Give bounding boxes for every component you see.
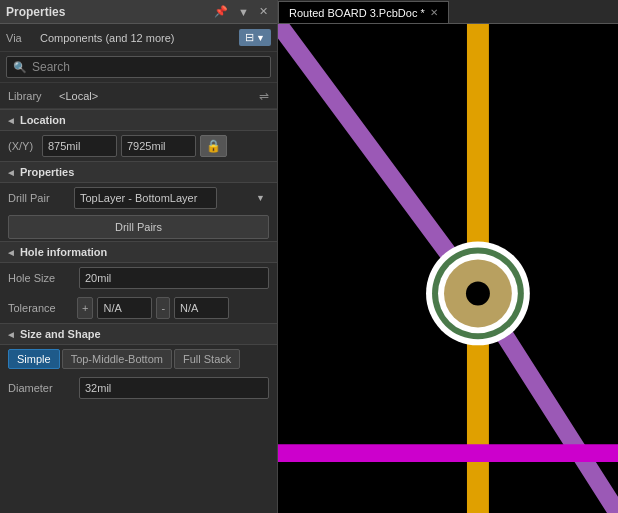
search-box: 🔍 <box>6 56 271 78</box>
tab-top-middle-bottom[interactable]: Top-Middle-Bottom <box>62 349 172 369</box>
tolerance-row: Tolerance + - <box>0 293 277 323</box>
svg-point-10 <box>466 281 490 305</box>
location-section-header[interactable]: ◄ Location <box>0 109 277 131</box>
drill-pair-label: Drill Pair <box>8 192 68 204</box>
hole-info-collapse-icon: ◄ <box>6 247 16 258</box>
shape-tabs: Simple Top-Middle-Bottom Full Stack <box>0 345 277 373</box>
size-shape-collapse-icon: ◄ <box>6 329 16 340</box>
panel-title: Properties <box>6 5 65 19</box>
x-input[interactable] <box>42 135 117 157</box>
library-value: <Local> <box>59 90 253 102</box>
pcb-canvas <box>278 24 618 513</box>
size-shape-section-header[interactable]: ◄ Size and Shape <box>0 323 277 345</box>
via-row: Via Components (and 12 more) ⊟ ▼ <box>0 24 277 52</box>
tolerance-label: Tolerance <box>8 302 73 314</box>
plus-sign: + <box>77 297 93 319</box>
search-row: 🔍 <box>0 52 277 83</box>
tab-full-stack[interactable]: Full Stack <box>174 349 240 369</box>
properties-section-title: Properties <box>20 166 74 178</box>
hole-size-label: Hole Size <box>8 272 73 284</box>
filter-button[interactable]: ⊟ ▼ <box>239 29 271 46</box>
via-label: Via <box>6 32 34 44</box>
close-panel-icon[interactable]: ✕ <box>256 4 271 19</box>
size-shape-section-title: Size and Shape <box>20 328 101 340</box>
properties-panel: Properties 📌 ▼ ✕ Via Components (and 12 … <box>0 0 278 513</box>
tab-pcb-doc[interactable]: Routed BOARD 3.PcbDoc * ✕ <box>278 1 449 23</box>
drill-pair-select[interactable]: TopLayer - BottomLayer <box>74 187 217 209</box>
link-icon[interactable]: ⇌ <box>259 89 269 103</box>
via-value: Components (and 12 more) <box>40 32 233 44</box>
y-input[interactable] <box>121 135 196 157</box>
tab-title: Routed BOARD 3.PcbDoc * <box>289 7 425 19</box>
library-label: Library <box>8 90 53 102</box>
panel-header: Properties 📌 ▼ ✕ <box>0 0 277 24</box>
xy-label: (X/Y) <box>8 140 38 152</box>
pcb-svg <box>278 24 618 513</box>
library-row: Library <Local> ⇌ <box>0 83 277 109</box>
hole-size-row: Hole Size <box>0 263 277 293</box>
hole-size-input[interactable] <box>79 267 269 289</box>
tolerance-plus-input[interactable] <box>97 297 152 319</box>
filter-arrow-icon: ▼ <box>256 33 265 43</box>
hole-info-section-title: Hole information <box>20 246 107 258</box>
panel-header-controls: 📌 ▼ ✕ <box>211 4 271 19</box>
filter-icon: ⊟ <box>245 31 254 44</box>
diameter-row: Diameter <box>0 373 277 403</box>
tab-close-icon[interactable]: ✕ <box>430 7 438 18</box>
drill-pairs-button[interactable]: Drill Pairs <box>8 215 269 239</box>
properties-section-header[interactable]: ◄ Properties <box>0 161 277 183</box>
pin-icon[interactable]: 📌 <box>211 4 231 19</box>
minus-sign: - <box>156 297 170 319</box>
tolerance-minus-input[interactable] <box>174 297 229 319</box>
diameter-label: Diameter <box>8 382 73 394</box>
drill-pair-select-wrapper: TopLayer - BottomLayer <box>74 187 269 209</box>
hole-info-section-header[interactable]: ◄ Hole information <box>0 241 277 263</box>
lock-icon[interactable]: 🔒 <box>200 135 227 157</box>
pcb-canvas-panel: Routed BOARD 3.PcbDoc * ✕ <box>278 0 618 513</box>
xy-row: (X/Y) 🔒 <box>0 131 277 161</box>
location-section-title: Location <box>20 114 66 126</box>
diameter-input[interactable] <box>79 377 269 399</box>
properties-collapse-icon: ◄ <box>6 167 16 178</box>
collapse-icon[interactable]: ▼ <box>235 5 252 19</box>
search-input[interactable] <box>32 60 264 74</box>
search-icon: 🔍 <box>13 61 27 74</box>
location-collapse-icon: ◄ <box>6 115 16 126</box>
tab-bar: Routed BOARD 3.PcbDoc * ✕ <box>278 0 618 24</box>
drill-pair-row: Drill Pair TopLayer - BottomLayer <box>0 183 277 213</box>
tab-simple[interactable]: Simple <box>8 349 60 369</box>
